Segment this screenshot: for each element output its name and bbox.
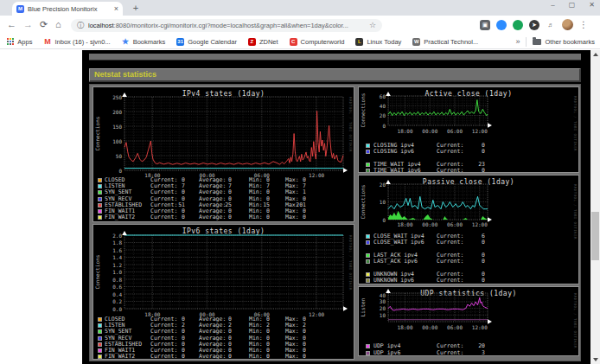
home-icon[interactable]: ⌂ xyxy=(55,19,61,30)
legend-color-swatch xyxy=(366,259,370,264)
bookmark-item[interactable]: WPractical Technol... xyxy=(412,38,478,46)
legend-color-swatch xyxy=(98,348,102,353)
legend-color-swatch xyxy=(98,317,102,322)
legend-value: 0 xyxy=(292,354,306,360)
chart-panel-active-close: Active close (1day)Connections020406018:… xyxy=(358,86,579,173)
y-tick-label: 0.6 xyxy=(106,284,122,290)
window-minimize-button[interactable]: – xyxy=(551,1,554,9)
bookmarks-overflow-icon[interactable]: » xyxy=(515,37,520,46)
linux-today-icon: L xyxy=(355,38,363,46)
plot-area xyxy=(388,184,488,220)
bookmark-star-icon[interactable]: ☆ xyxy=(369,21,376,29)
y-tick-label: 250 xyxy=(106,94,122,100)
extension-dark-pin-icon[interactable]: ➤ xyxy=(529,20,539,30)
legend-color-swatch xyxy=(98,342,102,347)
legend-value: 0 xyxy=(256,214,270,220)
legend-value: 0 xyxy=(164,354,185,360)
chart-title: IPv6 states (1day) xyxy=(93,227,354,235)
y-tick-label: 0.8 xyxy=(106,277,122,283)
x-axis-arrow-icon xyxy=(343,306,348,311)
folder-icon xyxy=(533,39,541,45)
x-tick-label: 00:00 xyxy=(418,324,441,330)
tab-close-icon[interactable]: × xyxy=(114,4,118,13)
page-info-icon[interactable]: ⓘ xyxy=(77,21,84,30)
x-axis-arrow-icon xyxy=(488,319,492,324)
legend-value: 0 xyxy=(459,168,485,173)
x-tick-label: 12:00 xyxy=(469,324,491,330)
legend-value: 0 xyxy=(459,278,485,284)
legend-color-swatch xyxy=(98,209,102,214)
forward-icon[interactable]: → xyxy=(23,19,33,30)
new-tab-button[interactable]: + xyxy=(130,3,142,14)
scrollbar-up-icon[interactable] xyxy=(590,50,600,60)
extension-blue-circle-icon[interactable] xyxy=(496,20,507,30)
url-text[interactable]: localhost:8080/monitorix-cgi/monitorix.c… xyxy=(88,22,366,29)
bookmark-label: Apps xyxy=(17,38,32,46)
window-maximize-button[interactable]: ▢ xyxy=(569,1,576,9)
y-axis-label: Connections xyxy=(94,116,100,150)
reload-icon[interactable]: ⟳ xyxy=(40,19,48,30)
legend-row: UDP ipv6Current:3 xyxy=(359,350,578,356)
page-scrollbar[interactable] xyxy=(590,50,600,364)
browser-tab[interactable]: M Blue Precision Monitorix × xyxy=(12,2,123,16)
extension-media-list-icon[interactable]: ♬ xyxy=(546,20,556,30)
x-tick-label: 18:00 xyxy=(394,324,417,330)
legend-color-swatch xyxy=(366,240,370,245)
bookmark-item[interactable]: ZZDNet xyxy=(248,38,278,46)
bookmark-item[interactable]: MInbox (16) - sjvn0... xyxy=(43,38,110,46)
legend-row: UNKNOWN ipv6Current:0 xyxy=(359,278,578,284)
x-tick-label: 06:00 xyxy=(444,221,466,227)
y-tick-label: 1.0 xyxy=(106,269,122,275)
bookmark-item[interactable]: ★Bookmarks xyxy=(122,38,166,46)
extension-grey-square-icon[interactable]: ▣ xyxy=(480,20,490,30)
scrollbar-down-icon[interactable] xyxy=(590,354,600,364)
bookmark-item[interactable]: CComputerworld xyxy=(290,38,345,46)
y-axis-label: Listen xyxy=(360,290,366,324)
legend-color-swatch xyxy=(98,215,102,220)
legend-value: 0 xyxy=(459,149,485,155)
page-content: Netstat statistics IPv4 states (1day)Con… xyxy=(0,50,600,364)
y-axis-label: Connections xyxy=(360,93,366,128)
y-tick-label: 20 xyxy=(373,112,386,118)
legend-label: UDP ipv4 xyxy=(373,343,400,349)
extension-green-circle-icon[interactable] xyxy=(513,20,523,30)
bookmark-item[interactable]: Apps xyxy=(7,38,32,46)
legend-color-swatch xyxy=(366,163,370,167)
x-tick-label: 06:00 xyxy=(444,324,466,330)
legend-color-swatch xyxy=(98,197,102,201)
legend-color-swatch xyxy=(98,336,102,341)
chart-panel-passive-close: Passive close (1day)Connections0102018:0… xyxy=(358,175,579,284)
legend-label: CLOSING ipv6 xyxy=(373,149,414,155)
y-tick-label: 0 xyxy=(373,123,386,129)
scrollbar-thumb[interactable] xyxy=(591,212,599,260)
x-tick-label: 06:00 xyxy=(444,128,466,134)
profile-avatar[interactable] xyxy=(562,19,573,30)
back-icon[interactable]: ← xyxy=(7,19,16,30)
y-tick-label: 2.0 xyxy=(106,233,122,239)
legend-value: 0 xyxy=(164,214,185,220)
address-bar[interactable]: ⓘ localhost:8080/monitorix-cgi/monitorix… xyxy=(71,19,382,32)
calendar-icon: 31 xyxy=(176,38,184,46)
graphs-container: IPv4 states (1day)Connections05010015020… xyxy=(89,84,581,361)
bookmark-item[interactable]: 31Google Calendar xyxy=(176,38,237,46)
plot-area xyxy=(124,235,343,309)
legend-value: 0 xyxy=(214,214,232,220)
bookmark-item[interactable]: LLinux Today xyxy=(355,38,401,46)
window-close-button[interactable]: ✕ xyxy=(589,1,595,9)
y-tick-label: 40 xyxy=(373,292,386,298)
legend-color-swatch xyxy=(366,278,370,283)
legend-color-swatch xyxy=(98,323,102,328)
other-bookmarks-button[interactable]: Other bookmarks xyxy=(533,38,595,46)
y-tick-label: 0 xyxy=(106,168,122,174)
legend-label: UNKNOWN ipv6 xyxy=(373,278,414,284)
legend-color-swatch xyxy=(366,253,370,258)
y-tick-label: 60 xyxy=(373,93,386,99)
legend-color-swatch xyxy=(98,184,102,188)
legend-label: FIN_WAIT2 xyxy=(105,354,135,360)
plot-area xyxy=(388,96,488,125)
browser-menu-icon[interactable]: ⋮ xyxy=(579,20,588,30)
computerworld-icon: C xyxy=(290,38,297,46)
legend-value: 0 xyxy=(214,354,232,360)
y-tick-label: 0.2 xyxy=(106,298,122,304)
y-tick-label: 1.6 xyxy=(106,247,122,253)
